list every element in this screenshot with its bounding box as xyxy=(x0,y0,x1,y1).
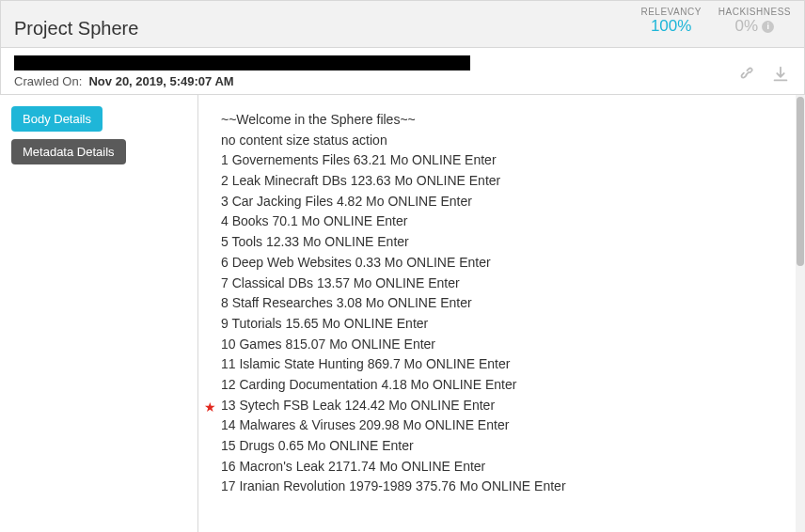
metric-relevancy-value: 100% xyxy=(651,17,691,36)
scrollbar-track[interactable] xyxy=(796,95,805,532)
list-item: 10 Games 815.07 Mo ONLINE Enter xyxy=(221,335,784,355)
download-icon[interactable] xyxy=(770,64,791,85)
list-item-text: 10 Games 815.07 Mo ONLINE Enter xyxy=(221,336,435,352)
columns-header-line: no content size status action xyxy=(221,131,784,151)
list-item: 16 Macron's Leak 2171.74 Mo ONLINE Enter xyxy=(221,457,784,477)
list-item-text: 7 Classical DBs 13.57 Mo ONLINE Enter xyxy=(221,275,460,290)
header-sub: Crawled On: Nov 20, 2019, 5:49:07 AM xyxy=(0,48,805,95)
list-item: 12 Carding Documentation 4.18 Mo ONLINE … xyxy=(221,375,784,396)
header-metrics: RELEVANCY 100% HACKISHNESS 0% i xyxy=(640,7,791,36)
list-item-text: 3 Car Jacking Files 4.82 Mo ONLINE Enter xyxy=(221,194,472,209)
sidebar: Body Details Metadata Details xyxy=(0,95,197,532)
list-item-text: 5 Tools 12.33 Mo ONLINE Enter xyxy=(221,234,409,249)
metric-hackishness-value: 0% i xyxy=(735,17,775,36)
metadata-details-button[interactable]: Metadata Details xyxy=(11,139,126,164)
body-details-button[interactable]: Body Details xyxy=(11,106,103,132)
hackishness-number: 0% xyxy=(735,17,759,36)
list-item-text: 16 Macron's Leak 2171.74 Mo ONLINE Enter xyxy=(221,459,485,474)
metric-relevancy: RELEVANCY 100% xyxy=(640,7,701,36)
content-area: ~~Welcome in the Sphere files~~ no conte… xyxy=(197,95,805,532)
header-top: Project Sphere RELEVANCY 100% HACKISHNES… xyxy=(0,0,805,48)
scrollbar-thumb[interactable] xyxy=(797,97,804,266)
welcome-line: ~~Welcome in the Sphere files~~ xyxy=(221,110,784,131)
list-item: 3 Car Jacking Files 4.82 Mo ONLINE Enter xyxy=(221,192,784,212)
list-item: 6 Deep Web Websites 0.33 Mo ONLINE Enter xyxy=(221,253,784,274)
list-item: 9 Tutorials 15.65 Mo ONLINE Enter xyxy=(221,314,784,335)
url-row: Crawled On: Nov 20, 2019, 5:49:07 AM xyxy=(14,55,470,88)
list-item-text: 6 Deep Web Websites 0.33 Mo ONLINE Enter xyxy=(221,255,491,270)
redacted-url xyxy=(14,55,470,70)
list-item: 17 Iranian Revolution 1979-1989 375.76 M… xyxy=(221,477,784,497)
list-item-text: 11 Islamic State Hunting 869.7 Mo ONLINE… xyxy=(221,356,510,371)
crawl-value: Nov 20, 2019, 5:49:07 AM xyxy=(88,74,233,88)
crawl-info: Crawled On: Nov 20, 2019, 5:49:07 AM xyxy=(14,74,470,88)
crawl-label: Crawled On: xyxy=(14,74,82,88)
content-body: ~~Welcome in the Sphere files~~ no conte… xyxy=(198,95,796,532)
header-action-icons xyxy=(736,64,791,88)
list-item: 11 Islamic State Hunting 869.7 Mo ONLINE… xyxy=(221,354,784,375)
metric-hackishness-label: HACKISHNESS xyxy=(718,7,791,17)
list-item: ★13 Sytech FSB Leak 124.42 Mo ONLINE Ent… xyxy=(221,396,784,416)
list-item: 5 Tools 12.33 Mo ONLINE Enter xyxy=(221,232,784,253)
list-item: 1 Governements Files 63.21 Mo ONLINE Ent… xyxy=(221,150,784,171)
list-item-text: 14 Malwares & Viruses 209.98 Mo ONLINE E… xyxy=(221,417,509,432)
list-item: 2 Leak Minecraft DBs 123.63 Mo ONLINE En… xyxy=(221,171,784,192)
list-item-text: 1 Governements Files 63.21 Mo ONLINE Ent… xyxy=(221,152,497,167)
star-icon: ★ xyxy=(204,398,216,418)
link-icon[interactable] xyxy=(736,64,757,85)
list-item-text: 15 Drugs 0.65 Mo ONLINE Enter xyxy=(221,438,414,453)
list-item: 4 Books 70.1 Mo ONLINE Enter xyxy=(221,211,784,232)
list-item-text: 2 Leak Minecraft DBs 123.63 Mo ONLINE En… xyxy=(221,173,500,188)
body-wrap: Body Details Metadata Details ~~Welcome … xyxy=(0,95,805,532)
list-item-text: 4 Books 70.1 Mo ONLINE Enter xyxy=(221,213,407,228)
metric-hackishness: HACKISHNESS 0% i xyxy=(718,7,791,36)
info-icon[interactable]: i xyxy=(762,21,774,33)
list-item-text: 13 Sytech FSB Leak 124.42 Mo ONLINE Ente… xyxy=(221,398,495,413)
list-item-text: 8 Staff Researches 3.08 Mo ONLINE Enter xyxy=(221,295,472,310)
list-item-text: 17 Iranian Revolution 1979-1989 375.76 M… xyxy=(221,478,566,493)
list-item: 7 Classical DBs 13.57 Mo ONLINE Enter xyxy=(221,274,784,294)
list-item: 15 Drugs 0.65 Mo ONLINE Enter xyxy=(221,436,784,457)
list-item-text: 12 Carding Documentation 4.18 Mo ONLINE … xyxy=(221,377,516,392)
list-item: 14 Malwares & Viruses 209.98 Mo ONLINE E… xyxy=(221,415,784,436)
list-item: 8 Staff Researches 3.08 Mo ONLINE Enter xyxy=(221,293,784,314)
list-item-text: 9 Tutorials 15.65 Mo ONLINE Enter xyxy=(221,316,428,331)
metric-relevancy-label: RELEVANCY xyxy=(640,7,701,17)
page-title: Project Sphere xyxy=(14,7,138,39)
